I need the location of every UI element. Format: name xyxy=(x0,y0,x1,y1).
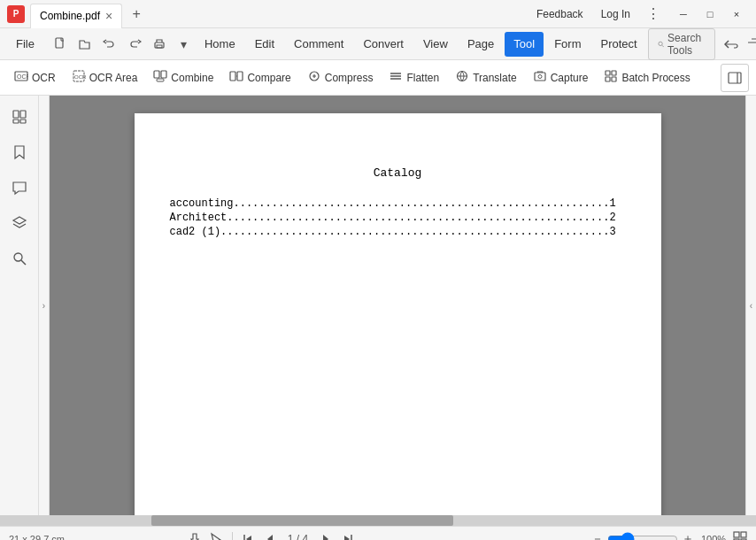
zoom-out-button[interactable]: － xyxy=(591,531,604,541)
svg-rect-29 xyxy=(13,111,19,118)
document-content: accounting..............................… xyxy=(170,197,626,238)
sidebar-pages-button[interactable] xyxy=(5,103,34,131)
document-area[interactable]: Catalog accounting......................… xyxy=(50,96,745,515)
menu-page[interactable]: Page xyxy=(459,32,503,57)
print-button[interactable] xyxy=(150,35,169,54)
tool-bar: OCR OCR OCR OCR Area Combine Compare Com… xyxy=(0,60,756,96)
feedback-button[interactable]: Feedback xyxy=(531,6,589,22)
svg-rect-30 xyxy=(20,111,26,118)
file-tools: ▾ xyxy=(50,35,194,54)
nav-forward-button[interactable] xyxy=(744,34,756,55)
last-page-button[interactable] xyxy=(338,530,356,541)
left-sidebar xyxy=(0,96,39,515)
undo-button[interactable] xyxy=(100,35,120,54)
minimize-button[interactable]: ─ xyxy=(671,5,696,23)
compare-icon xyxy=(229,69,243,86)
svg-point-3 xyxy=(659,42,662,45)
compress-button[interactable]: Compress xyxy=(300,64,381,92)
zoom-in-button[interactable]: ＋ xyxy=(682,531,694,541)
search-icon xyxy=(658,39,664,50)
menu-view[interactable]: View xyxy=(414,32,457,57)
first-page-button[interactable] xyxy=(240,530,258,541)
new-file-button[interactable] xyxy=(50,35,70,54)
sidebar-search-button[interactable] xyxy=(5,244,34,273)
svg-rect-12 xyxy=(230,72,235,81)
nav-back-button[interactable] xyxy=(721,34,742,55)
tab-title: Combine.pdf xyxy=(40,10,100,22)
svg-rect-11 xyxy=(157,79,164,81)
search-area: Search Tools xyxy=(648,28,756,60)
svg-rect-2 xyxy=(157,45,162,48)
restore-button[interactable]: □ xyxy=(698,5,722,23)
zoom-level: 100% xyxy=(698,534,729,541)
next-page-button[interactable] xyxy=(317,530,335,541)
svg-rect-10 xyxy=(161,71,166,78)
redo-button[interactable] xyxy=(125,35,144,54)
close-tab-icon[interactable]: × xyxy=(105,9,112,23)
svg-point-22 xyxy=(538,75,542,79)
tab-area: P Combine.pdf × + xyxy=(7,0,147,28)
menu-file[interactable]: File xyxy=(7,32,43,57)
active-tab[interactable]: Combine.pdf × xyxy=(30,4,122,28)
nav-buttons xyxy=(721,34,756,55)
scrollbar-thumb[interactable] xyxy=(151,515,454,526)
hand-tool-button[interactable] xyxy=(186,530,204,541)
svg-rect-13 xyxy=(237,72,243,81)
menu-form[interactable]: Form xyxy=(545,32,590,57)
ocr-area-icon: OCR xyxy=(72,69,86,86)
login-button[interactable]: Log In xyxy=(596,6,636,22)
sidebar-layers-button[interactable] xyxy=(5,209,34,237)
menu-bar: File ▾ Home Edit Comment Convert View Pa… xyxy=(0,28,756,60)
svg-rect-0 xyxy=(56,38,63,48)
sidebar-comment-button[interactable] xyxy=(5,174,34,202)
batch-process-button[interactable]: Batch Process xyxy=(597,64,697,92)
right-panel-button[interactable] xyxy=(721,64,749,92)
right-panel-icon xyxy=(728,71,742,85)
translate-button[interactable]: Translate xyxy=(448,64,524,92)
menu-tool[interactable]: Tool xyxy=(505,32,544,57)
prev-page-button[interactable] xyxy=(261,530,279,541)
sidebar-bookmark-button[interactable] xyxy=(5,138,34,166)
document-line: Architect...............................… xyxy=(170,212,626,224)
page-info: 1 / 4 xyxy=(282,533,313,541)
svg-rect-27 xyxy=(729,73,741,83)
menu-edit[interactable]: Edit xyxy=(246,32,283,57)
menu-convert[interactable]: Convert xyxy=(354,32,413,57)
more-options-button[interactable]: ⋮ xyxy=(643,4,664,24)
search-tools-button[interactable]: Search Tools xyxy=(648,28,715,60)
flatten-button[interactable]: Flatten xyxy=(382,64,446,92)
close-window-button[interactable]: × xyxy=(724,5,749,23)
menu-protect[interactable]: Protect xyxy=(591,32,645,57)
ocr-icon: OCR xyxy=(14,69,28,86)
translate-icon xyxy=(455,69,469,86)
new-tab-button[interactable]: + xyxy=(126,4,147,25)
svg-rect-21 xyxy=(535,73,545,81)
menu-home[interactable]: Home xyxy=(196,32,244,57)
file-area: File ▾ xyxy=(7,32,194,57)
svg-text:OCR: OCR xyxy=(74,74,86,80)
capture-button[interactable]: Capture xyxy=(526,64,596,92)
svg-point-33 xyxy=(14,253,22,261)
svg-rect-32 xyxy=(20,120,26,123)
svg-rect-37 xyxy=(734,532,739,537)
ocr-area-button[interactable]: OCR OCR Area xyxy=(65,64,145,92)
horizontal-scrollbar[interactable] xyxy=(0,515,756,526)
ocr-button[interactable]: OCR OCR xyxy=(7,64,63,92)
view-mode-button[interactable] xyxy=(733,531,747,541)
title-bar-right: Feedback Log In ⋮ ─ □ × xyxy=(531,4,749,24)
flatten-icon xyxy=(389,69,403,86)
open-file-button[interactable] xyxy=(75,35,95,54)
zoom-area: － ＋ 100% xyxy=(591,531,747,541)
compare-button[interactable]: Compare xyxy=(222,64,297,92)
select-tool-button[interactable] xyxy=(207,530,225,541)
document-title: Catalog xyxy=(170,166,626,180)
right-panel-collapse[interactable]: ‹ xyxy=(745,96,756,515)
menu-comment[interactable]: Comment xyxy=(285,32,352,57)
combine-button[interactable]: Combine xyxy=(146,64,220,92)
zoom-slider[interactable] xyxy=(607,532,678,541)
document-page: Catalog accounting......................… xyxy=(135,113,661,515)
left-panel-collapse[interactable]: › xyxy=(39,96,50,515)
svg-rect-31 xyxy=(13,120,19,123)
window-controls: ─ □ × xyxy=(671,5,749,23)
more-file-button[interactable]: ▾ xyxy=(174,35,194,54)
